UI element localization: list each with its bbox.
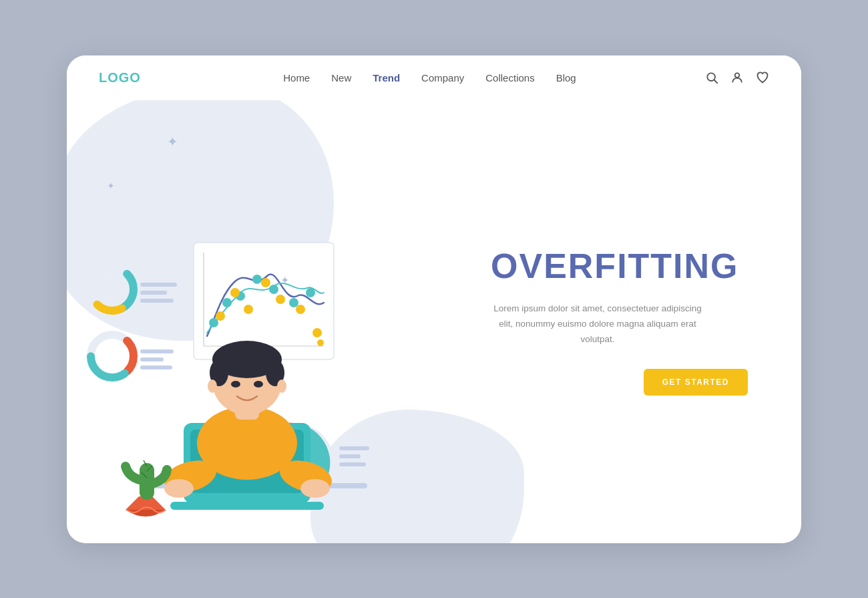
user-icon[interactable] bbox=[730, 71, 744, 84]
svg-point-54 bbox=[164, 479, 194, 498]
right-panel: OVERFITTING Lorem ipsum dolor sit amet, … bbox=[471, 100, 801, 543]
nav-icons bbox=[705, 71, 769, 84]
svg-rect-14 bbox=[140, 365, 172, 369]
svg-point-27 bbox=[244, 305, 253, 314]
svg-point-31 bbox=[312, 328, 322, 337]
nav-blog[interactable]: Blog bbox=[556, 72, 576, 84]
nav-company[interactable]: Company bbox=[421, 72, 464, 84]
sparkle-2: ✦ bbox=[280, 274, 289, 287]
left-panel: ✦ ✦ ✦ bbox=[67, 100, 471, 543]
svg-rect-12 bbox=[140, 349, 174, 353]
logo: LOGO bbox=[99, 70, 141, 86]
svg-point-18 bbox=[209, 318, 218, 327]
svg-point-23 bbox=[289, 298, 298, 307]
nav-trend[interactable]: Trend bbox=[373, 72, 400, 84]
illustration-svg bbox=[67, 216, 454, 543]
svg-rect-7 bbox=[140, 291, 167, 295]
get-started-button[interactable]: GET STARTED bbox=[644, 369, 748, 396]
svg-point-51 bbox=[277, 380, 286, 393]
svg-point-19 bbox=[222, 298, 232, 307]
svg-rect-8 bbox=[140, 299, 174, 303]
search-icon[interactable] bbox=[705, 71, 718, 84]
sparkle-1: ✦ bbox=[167, 134, 178, 150]
sparkle-3: ✦ bbox=[107, 180, 115, 191]
svg-point-24 bbox=[306, 288, 315, 297]
nav-links: Home New Trend Company Collections Blog bbox=[181, 72, 678, 84]
svg-point-2 bbox=[735, 73, 740, 78]
svg-rect-41 bbox=[170, 502, 324, 510]
main-content: ✦ ✦ ✦ bbox=[67, 100, 801, 543]
svg-line-1 bbox=[714, 80, 718, 84]
svg-point-25 bbox=[216, 311, 225, 321]
nav-home[interactable]: Home bbox=[283, 72, 310, 84]
svg-point-32 bbox=[317, 339, 324, 346]
svg-point-21 bbox=[252, 275, 262, 284]
svg-rect-6 bbox=[140, 283, 177, 287]
svg-point-50 bbox=[208, 380, 217, 393]
svg-point-30 bbox=[296, 305, 305, 314]
svg-point-29 bbox=[276, 295, 285, 304]
hero-description: Lorem ipsum dolor sit amet, consectetuer… bbox=[491, 301, 704, 347]
svg-point-48 bbox=[231, 381, 240, 388]
hero-title: OVERFITTING bbox=[491, 247, 761, 285]
nav-collections[interactable]: Collections bbox=[485, 72, 534, 84]
svg-rect-13 bbox=[140, 357, 164, 361]
svg-point-49 bbox=[254, 381, 263, 388]
svg-point-55 bbox=[300, 479, 330, 498]
navbar: LOGO Home New Trend Company Collections … bbox=[67, 55, 801, 100]
main-card: LOGO Home New Trend Company Collections … bbox=[67, 55, 801, 543]
svg-point-28 bbox=[261, 278, 270, 287]
nav-new[interactable]: New bbox=[331, 72, 351, 84]
svg-point-26 bbox=[230, 288, 240, 297]
svg-rect-36 bbox=[339, 462, 366, 466]
svg-point-22 bbox=[269, 285, 278, 294]
svg-rect-34 bbox=[339, 446, 369, 450]
heart-icon[interactable] bbox=[756, 71, 769, 84]
svg-rect-35 bbox=[339, 454, 361, 458]
